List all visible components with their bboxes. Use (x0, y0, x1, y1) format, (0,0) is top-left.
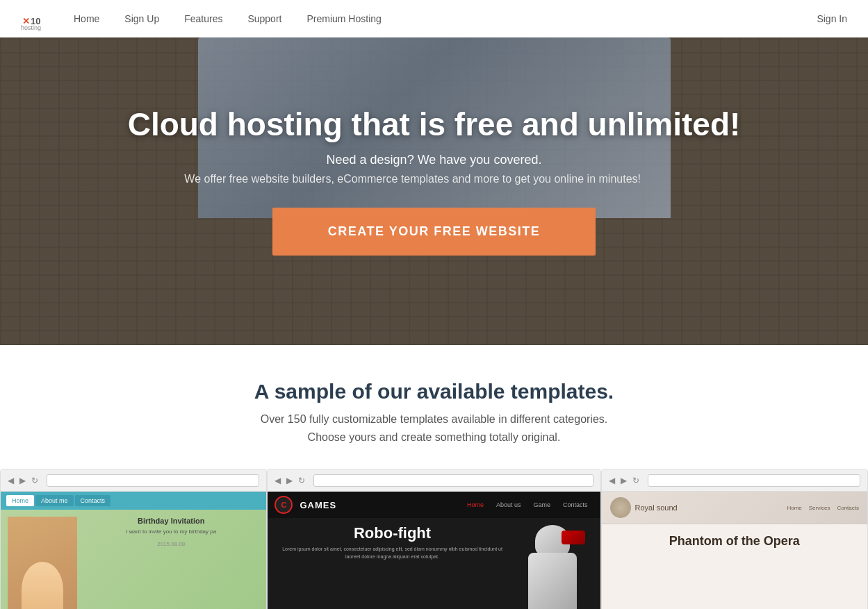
browser-refresh-3[interactable]: ↻ (632, 476, 639, 485)
template-preview-games[interactable]: ◀ ▶ ↻ C GAMES Home About us Game Contact… (267, 469, 600, 609)
nav-signup[interactable]: Sign Up (124, 13, 159, 24)
nav-support[interactable]: Support (247, 13, 281, 24)
p2-nav-game[interactable]: Game (528, 499, 557, 510)
p1-date: 2015.08.08 (83, 541, 259, 547)
browser-bar-1: ◀ ▶ ↻ (1, 469, 266, 492)
p2-content: Robo-fight Lorem ipsum dolor sit amet, c… (268, 518, 600, 609)
browser-refresh-1[interactable]: ↻ (31, 476, 38, 485)
hero-title: Cloud hosting that is free and unlimited… (128, 106, 741, 143)
preview-2-body: C GAMES Home About us Game Contacts Robo… (268, 492, 600, 609)
cta-button[interactable]: CREATE YOUR FREE WEBSITE (272, 208, 596, 256)
template-preview-royal[interactable]: ◀ ▶ ↻ Royal sound Home Services Contacts (601, 469, 868, 609)
browser-back-2[interactable]: ◀ (275, 476, 281, 485)
p2-body-text: Lorem ipsum dolor sit amet, consectetuer… (277, 546, 507, 560)
p2-nav-home[interactable]: Home (461, 499, 489, 510)
nav-premium-hosting[interactable]: Premium Hosting (306, 13, 381, 24)
p1-photo (8, 517, 77, 609)
templates-title: A sample of our available templates. (0, 380, 868, 403)
browser-url-2 (313, 474, 593, 487)
p2-robot (514, 525, 591, 609)
templates-section: A sample of our available templates. Ove… (0, 345, 868, 609)
signin-link[interactable]: Sign In (817, 13, 847, 24)
logo[interactable]: ✕ 10 hosting (21, 6, 46, 31)
browser-back-1[interactable]: ◀ (8, 476, 14, 485)
p1-nav-contacts[interactable]: Contacts (75, 495, 111, 506)
p3-nav-home[interactable]: Home (787, 505, 801, 511)
p1-nav-home[interactable]: Home (6, 495, 34, 506)
browser-bar-3: ◀ ▶ ↻ (602, 469, 867, 492)
p3-nav: Home Services Contacts (787, 505, 859, 511)
browser-forward-1[interactable]: ▶ (19, 476, 26, 485)
logo-icon: ✕ 10 hosting (21, 6, 46, 31)
robot-visor (562, 531, 585, 544)
p1-face (22, 562, 63, 609)
p1-title: Birthday Invitation (83, 517, 259, 525)
browser-forward-2[interactable]: ▶ (286, 476, 293, 485)
templates-previews: ◀ ▶ ↻ Home About me Contacts Birthday In… (0, 469, 868, 609)
navbar: ✕ 10 hosting Home Sign Up Features Suppo… (0, 0, 868, 37)
browser-bar-2: ◀ ▶ ↻ (268, 469, 600, 492)
p1-text: Birthday Invitation I want to invite you… (83, 517, 259, 609)
p2-main-title: Robo-fight (277, 525, 507, 542)
p2-nav: Home About us Game Contacts (461, 499, 593, 510)
p3-brand: Royal sound (635, 503, 678, 512)
p2-text: Robo-fight Lorem ipsum dolor sit amet, c… (277, 525, 507, 560)
nav-features[interactable]: Features (184, 13, 222, 24)
browser-back-3[interactable]: ◀ (609, 476, 615, 485)
p3-nav-contacts[interactable]: Contacts (837, 505, 859, 511)
p2-brand: GAMES (300, 500, 336, 510)
preview-3-body: Royal sound Home Services Contacts Phant… (602, 492, 867, 609)
svg-text:hosting: hosting (21, 24, 41, 31)
hero-content: Cloud hosting that is free and unlimited… (100, 106, 769, 256)
template-preview-birthday[interactable]: ◀ ▶ ↻ Home About me Contacts Birthday In… (0, 469, 267, 609)
templates-subtitle: Over 150 fully customizable templates av… (0, 413, 868, 426)
p2-header: C GAMES Home About us Game Contacts (268, 492, 600, 518)
preview-1-body: Home About me Contacts Birthday Invitati… (1, 492, 266, 609)
browser-url-3 (648, 474, 860, 487)
p3-logo-area: Royal sound (610, 497, 678, 518)
p3-main-title: Phantom of the Opera (612, 534, 858, 549)
p2-nav-contacts[interactable]: Contacts (557, 499, 593, 510)
templates-tagline: Choose yours and create something totall… (0, 431, 868, 444)
p3-content: Phantom of the Opera (602, 524, 867, 561)
hero-subtitle: Need a design? We have you covered. (128, 153, 741, 167)
browser-url-1 (47, 474, 259, 487)
p1-nav: Home About me Contacts (1, 492, 266, 510)
hero-description: We offer free website builders, eCommerc… (128, 173, 698, 185)
p3-logo-img (610, 497, 631, 518)
p1-body-text: I want to invite you to my birthday pa (83, 528, 259, 535)
browser-refresh-2[interactable]: ↻ (298, 476, 305, 485)
robot-head (535, 525, 570, 556)
p3-header: Royal sound Home Services Contacts (602, 492, 867, 524)
robot-body (528, 553, 577, 609)
p1-nav-about[interactable]: About me (35, 495, 74, 506)
p3-nav-services[interactable]: Services (809, 505, 830, 511)
navbar-links: Home Sign Up Features Support Premium Ho… (74, 13, 817, 24)
nav-home[interactable]: Home (74, 13, 99, 24)
p2-nav-about[interactable]: About us (491, 499, 527, 510)
p2-logo: C (275, 496, 293, 514)
p1-content: Birthday Invitation I want to invite you… (1, 510, 266, 609)
hero-section: Cloud hosting that is free and unlimited… (0, 37, 868, 345)
browser-forward-3[interactable]: ▶ (621, 476, 627, 485)
